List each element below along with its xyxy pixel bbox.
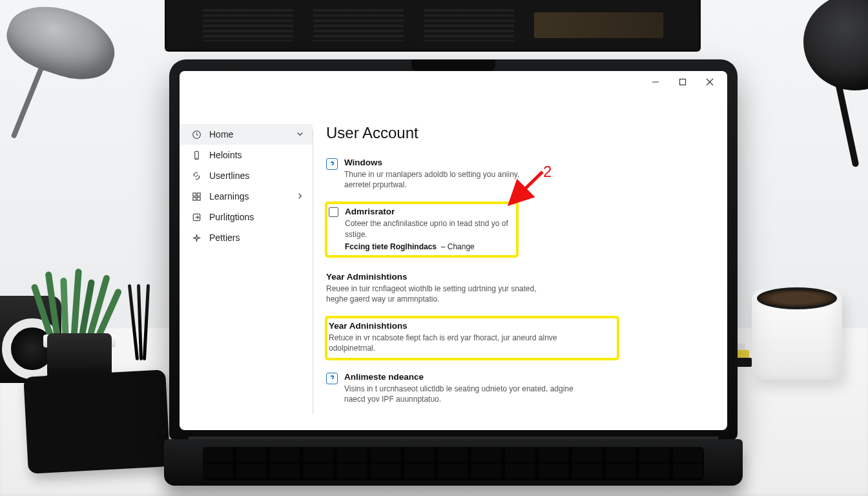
desk-lamp-right (739, 0, 868, 149)
sidebar-item-label: Home (209, 129, 233, 140)
sidebar-item-usertlines[interactable]: Usertlines (180, 165, 313, 186)
sidebar: Home Heloints (180, 93, 313, 430)
section-desc: Coteer the ancfinilastice uprio in tead … (345, 218, 512, 239)
sidebar-item-label: Pettiers (209, 232, 240, 243)
section-desc: Reuee in tuir rcnfiageot wiothlb le sett… (326, 284, 559, 304)
sidebar-item-label: Usertlines (209, 170, 249, 181)
sidebar-item-label: Learnings (209, 191, 249, 202)
chevron-down-icon (296, 129, 304, 140)
section-desc: Retuce in vr ncabsote fiept fach is erd … (329, 333, 561, 353)
desk-lamp-left (0, 6, 136, 155)
page-title: User Account (326, 124, 713, 142)
window-close-button[interactable] (696, 72, 723, 92)
clock-icon (191, 129, 202, 140)
sparkle-icon (191, 232, 202, 243)
laptop-bezel: Home Heloints (169, 59, 738, 440)
link-icon (191, 170, 202, 181)
section-desc: Visins in t urcnhaseot ulictldb le seati… (344, 384, 577, 404)
sidebar-item-label: Heloints (209, 150, 242, 160)
sidebar-item-heloints[interactable]: Heloints (180, 145, 313, 165)
section-title: Year Adminishtions (326, 272, 713, 282)
section-subline: Fccing tiete Roglhindacs – Change (345, 242, 512, 251)
content-area: User Account Windows Thune in ur rnanlap… (313, 93, 727, 430)
pencil-cup (129, 283, 155, 360)
export-icon (191, 212, 202, 222)
svg-rect-3 (192, 192, 196, 196)
help-icon (326, 158, 338, 170)
section-anlimeste: Anlimeste ndeance Visins in t urcnhaseot… (326, 371, 713, 406)
help-icon (326, 373, 338, 384)
camera-notch (411, 59, 495, 72)
grid-icon (191, 191, 202, 202)
svg-rect-4 (197, 192, 200, 196)
section-windows: Windows Thune in ur rnanlapers adoldb lo… (326, 156, 713, 191)
window-titlebar (180, 71, 727, 93)
laptop-keyboard (164, 439, 743, 486)
section-title: Admrisrator (345, 207, 512, 216)
svg-rect-6 (197, 197, 200, 200)
sidebar-item-home[interactable]: Home (180, 124, 313, 145)
window-maximize-button[interactable] (669, 72, 696, 92)
app-window: Home Heloints (180, 71, 727, 430)
section-title: Windows (344, 158, 538, 167)
section-year-administions-2-highlighted: Year Adninishtions Retuce in vr ncabsote… (326, 317, 618, 358)
section-sub-bold: Fccing tiete Roglhindacs (345, 242, 437, 251)
change-link[interactable]: Change (448, 242, 475, 251)
section-desc: Thune in ur rnanlapers adoldb lo setting… (344, 169, 538, 190)
laptop: Home Heloints (169, 59, 738, 486)
coffee-mug (752, 289, 842, 380)
sidebar-item-pettiers[interactable]: Pettiers (180, 227, 313, 248)
annotation-step-number: 2 (543, 163, 552, 181)
svg-rect-0 (680, 79, 686, 85)
section-title: Year Adninishtions (329, 321, 613, 331)
wall-frame (165, 0, 701, 52)
tablet (23, 369, 170, 473)
plant (36, 276, 119, 380)
sidebar-item-learnings[interactable]: Learnings (180, 186, 313, 207)
section-year-administions-1: Year Adminishtions Reuee in tuir rcnfiag… (326, 271, 713, 305)
svg-rect-5 (192, 197, 196, 200)
sidebar-item-purlitgtions[interactable]: Purlitgtions (180, 207, 313, 227)
chevron-right-icon (296, 191, 304, 202)
section-administrator-highlighted: Admrisrator Coteer the ancfinilastice up… (326, 203, 517, 256)
sidebar-item-label: Purlitgtions (209, 212, 254, 222)
window-minimize-button[interactable] (642, 72, 669, 92)
admin-checkbox[interactable] (329, 207, 338, 217)
phone-icon (191, 150, 202, 160)
section-title: Anlimeste ndeance (344, 372, 577, 382)
